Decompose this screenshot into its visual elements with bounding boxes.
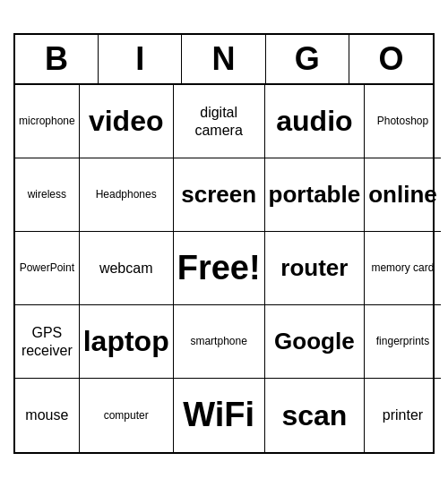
bingo-cell: scan (265, 379, 366, 452)
cell-text: Free! (177, 248, 261, 289)
cell-text: Google (274, 328, 355, 355)
cell-text: mouse (25, 406, 68, 423)
cell-text: PowerPoint (20, 261, 74, 274)
cell-text: printer (383, 406, 423, 423)
bingo-cell: Headphones (80, 158, 174, 232)
cell-text: portable (269, 181, 361, 209)
cell-text: digital camera (177, 104, 261, 138)
cell-text: screen (181, 181, 256, 209)
bingo-cell: Free! (174, 232, 265, 305)
cell-text: GPS receiver (19, 324, 75, 358)
bingo-cell: memory card (365, 232, 441, 305)
cell-text: fingerprints (376, 335, 429, 347)
bingo-cell: audio (265, 85, 366, 158)
cell-text: Photoshop (377, 115, 428, 127)
cell-text: audio (276, 104, 352, 138)
cell-text: microphone (19, 115, 75, 127)
header-letter: G (266, 35, 349, 83)
bingo-card: BINGO microphonevideodigital cameraaudio… (13, 33, 435, 454)
cell-text: scan (281, 398, 347, 432)
cell-text: laptop (83, 324, 169, 358)
header-letter: N (182, 35, 265, 83)
bingo-cell: digital camera (174, 85, 265, 158)
cell-text: webcam (99, 260, 153, 277)
cell-text: Headphones (96, 188, 157, 201)
bingo-cell: router (265, 232, 366, 305)
cell-text: memory card (371, 261, 434, 274)
cell-text: smartphone (190, 335, 246, 347)
cell-text: router (280, 254, 348, 282)
bingo-cell: fingerprints (365, 305, 441, 379)
bingo-header: BINGO (15, 35, 433, 85)
bingo-cell: laptop (80, 305, 174, 379)
header-letter: B (15, 35, 99, 83)
bingo-cell: GPS receiver (15, 305, 80, 379)
bingo-cell: video (80, 85, 174, 158)
bingo-cell: printer (365, 379, 441, 452)
bingo-cell: mouse (15, 379, 80, 452)
bingo-cell: PowerPoint (15, 232, 80, 305)
bingo-cell: screen (174, 158, 265, 232)
bingo-cell: WiFi (174, 379, 265, 452)
header-letter: I (99, 35, 182, 83)
cell-text: online (368, 181, 437, 209)
cell-text: WiFi (183, 395, 254, 436)
cell-text: wireless (28, 188, 66, 201)
bingo-cell: smartphone (174, 305, 265, 379)
bingo-cell: computer (80, 379, 174, 452)
bingo-cell: portable (265, 158, 366, 232)
bingo-cell: Photoshop (365, 85, 441, 158)
cell-text: video (89, 104, 164, 138)
bingo-cell: Google (265, 305, 366, 379)
bingo-grid: microphonevideodigital cameraaudioPhotos… (15, 85, 433, 452)
bingo-cell: microphone (15, 85, 80, 158)
bingo-cell: wireless (15, 158, 80, 232)
header-letter: O (349, 35, 433, 83)
cell-text: computer (104, 409, 149, 422)
bingo-cell: webcam (80, 232, 174, 305)
bingo-cell: online (365, 158, 441, 232)
